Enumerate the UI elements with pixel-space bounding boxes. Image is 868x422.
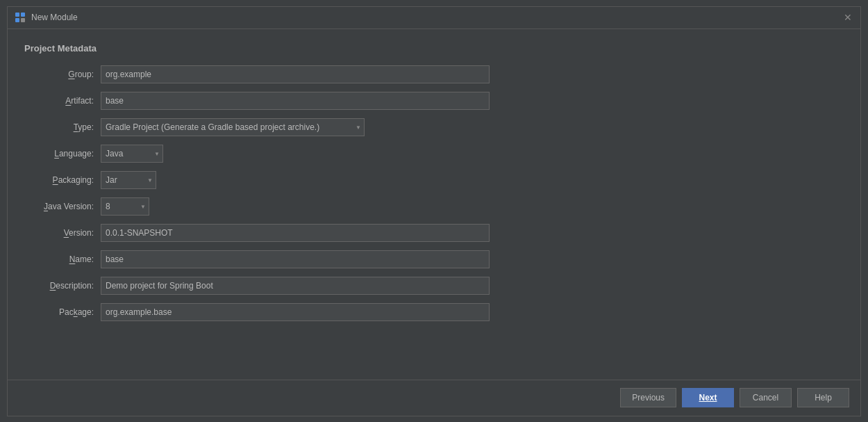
type-row: Type: Gradle Project (Generate a Gradle … — [24, 117, 844, 137]
type-select-wrapper: Gradle Project (Generate a Gradle based … — [101, 118, 365, 136]
packaging-select[interactable]: Jar War — [101, 171, 156, 189]
description-label: Description: — [24, 281, 101, 291]
description-input[interactable] — [101, 277, 490, 295]
packaging-row: Packaging: Jar War — [24, 170, 844, 190]
svg-rect-1 — [21, 13, 25, 17]
language-select[interactable]: Java Kotlin Groovy — [101, 145, 163, 163]
java-version-row: Java Version: 8 11 17 21 — [24, 197, 844, 216]
language-select-wrapper: Java Kotlin Groovy — [101, 145, 163, 163]
dialog-title: New Module — [31, 13, 78, 22]
package-label: Package: — [24, 307, 101, 317]
language-label: Language: — [24, 149, 101, 159]
artifact-label: Artifact: — [24, 96, 101, 106]
svg-rect-3 — [21, 18, 25, 22]
packaging-label: Packaging: — [24, 175, 101, 185]
previous-button[interactable]: Previous — [620, 388, 676, 407]
new-module-dialog: New Module ✕ Project Metadata Group: Art… — [7, 6, 861, 416]
svg-rect-0 — [15, 13, 19, 17]
title-bar-left: New Module — [15, 12, 78, 23]
dialog-content: Project Metadata Group: Artifact: Type: … — [8, 29, 860, 380]
language-row: Language: Java Kotlin Groovy — [24, 144, 844, 163]
section-title: Project Metadata — [24, 43, 844, 54]
java-version-select-wrapper: 8 11 17 21 — [101, 197, 149, 216]
module-icon — [15, 12, 26, 23]
group-label: Group: — [24, 70, 101, 79]
package-input[interactable] — [101, 303, 490, 321]
group-row: Group: — [24, 65, 844, 84]
package-row: Package: — [24, 302, 844, 322]
version-input[interactable] — [101, 224, 490, 242]
description-row: Description: — [24, 276, 844, 295]
java-version-select[interactable]: 8 11 17 21 — [101, 197, 149, 216]
group-input[interactable] — [101, 65, 490, 83]
artifact-input[interactable] — [101, 92, 490, 110]
version-row: Version: — [24, 223, 844, 243]
java-version-label: Java Version: — [24, 202, 101, 211]
close-button[interactable]: ✕ — [842, 12, 853, 23]
cancel-button[interactable]: Cancel — [740, 388, 792, 407]
name-input[interactable] — [101, 250, 490, 268]
dialog-footer: Previous Next Cancel Help — [8, 380, 860, 416]
name-row: Name: — [24, 250, 844, 269]
type-label: Type: — [24, 122, 101, 132]
svg-rect-2 — [15, 18, 19, 22]
next-button[interactable]: Next — [682, 388, 734, 407]
type-select[interactable]: Gradle Project (Generate a Gradle based … — [101, 118, 365, 136]
name-label: Name: — [24, 254, 101, 264]
title-bar: New Module ✕ — [8, 7, 860, 29]
version-label: Version: — [24, 228, 101, 238]
packaging-select-wrapper: Jar War — [101, 171, 156, 189]
help-button[interactable]: Help — [797, 388, 849, 407]
artifact-row: Artifact: — [24, 91, 844, 111]
